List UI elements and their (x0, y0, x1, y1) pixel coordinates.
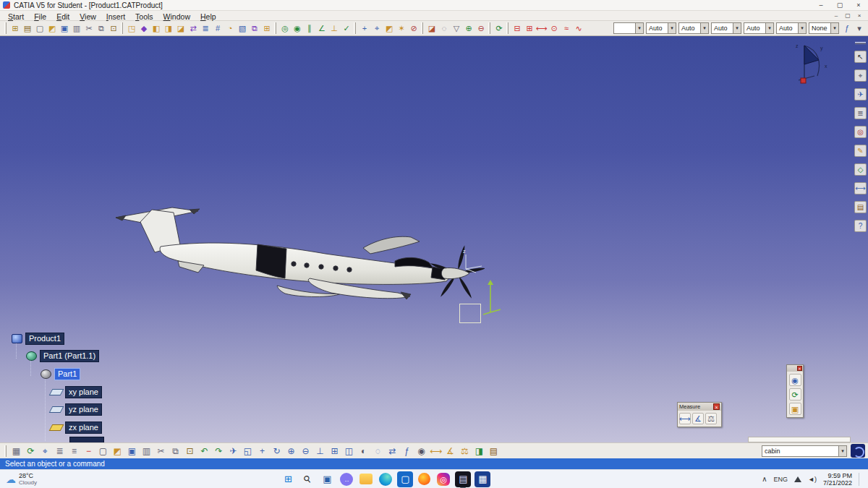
existing-component-positioned-icon[interactable]: ◪ (175, 22, 187, 34)
line-type-combo[interactable]: Auto▾ (646, 22, 676, 34)
task-view-button[interactable]: ▣ (319, 471, 335, 487)
remove-icon[interactable]: ⊖ (475, 22, 487, 34)
contact-constraint-icon[interactable]: ◉ (292, 22, 303, 34)
doc-restore-button[interactable]: ▢ (842, 12, 854, 19)
open-icon[interactable]: ◩ (111, 445, 124, 458)
interrupt-icon[interactable]: − (82, 445, 95, 458)
quick-print-icon[interactable]: ▥ (140, 445, 153, 458)
center-graph-icon[interactable]: ⌖ (854, 69, 867, 82)
store-icon[interactable]: ▢ (397, 471, 413, 487)
manipulation-icon[interactable]: + (359, 22, 370, 34)
copy-icon[interactable]: ⧉ (95, 22, 107, 34)
fit-all-in-icon[interactable]: ◱ (241, 445, 255, 458)
sectioning-icon[interactable]: ⊞ (524, 22, 535, 34)
generate-numbering-icon[interactable]: # (212, 22, 224, 34)
copy-icon[interactable]: ⧉ (169, 445, 182, 458)
save-icon[interactable]: ▣ (125, 445, 139, 458)
measure-inertia-icon[interactable]: ⚖ (705, 413, 717, 424)
enhanced-scene-icon[interactable]: ◉ (789, 374, 801, 386)
menu-file[interactable]: File (29, 12, 51, 21)
undo-icon[interactable]: ↶ (197, 445, 211, 458)
power-input-dropdown-icon[interactable]: ▾ (838, 446, 846, 456)
measure-between-icon[interactable]: ⟷ (679, 413, 691, 424)
tree-node-zx-plane[interactable]: zx plane (65, 421, 102, 434)
swap-visible-space-icon[interactable]: ⇄ (386, 445, 399, 458)
plane-icon[interactable] (49, 389, 64, 395)
tree-expand-icon[interactable]: ≡ (67, 445, 81, 458)
point-type-combo[interactable]: Auto▾ (678, 22, 709, 34)
existing-component-icon[interactable]: ◨ (163, 22, 174, 34)
layer-combo[interactable]: Auto▾ (776, 22, 807, 34)
compass-icon[interactable]: ◎ (854, 126, 867, 138)
tree-node-xy-plane[interactable]: xy plane (65, 386, 102, 398)
cut-icon[interactable]: ✂ (83, 22, 95, 34)
plane-icon[interactable] (49, 406, 64, 413)
close-button[interactable]: × (849, 0, 868, 10)
product-icon[interactable] (12, 334, 22, 343)
menu-edit[interactable]: Edit (51, 12, 75, 21)
seam-weld-icon[interactable]: ≈ (561, 22, 572, 34)
new-icon[interactable]: ▢ (34, 22, 46, 34)
formula-icon[interactable]: ƒ (400, 445, 414, 458)
offset-constraint-icon[interactable]: ∥ (304, 22, 315, 34)
chat-icon[interactable]: ‥ (340, 473, 353, 486)
pan-icon[interactable]: + (255, 445, 269, 458)
replace-component-icon[interactable]: ⇄ (187, 22, 199, 34)
specification-tree-icon[interactable]: ≣ (854, 107, 867, 119)
arc-weld-icon[interactable]: ∿ (573, 22, 584, 34)
help-icon[interactable]: ? (854, 220, 867, 232)
manage-representations-icon[interactable]: ▧ (237, 22, 248, 34)
distance-band-analysis-icon[interactable]: ⟷ (536, 22, 548, 34)
start-button[interactable]: ⊞ (280, 471, 296, 487)
browser-icon[interactable]: ▤ (22, 22, 33, 34)
multi-view-icon[interactable]: ⊞ (328, 445, 341, 458)
catia-taskbar-icon[interactable]: ▤ (455, 471, 471, 487)
3d-viewport[interactable]: z y x z Product1Part1 (Part1.1)Part1xy p… (0, 36, 868, 442)
measure-between-icon[interactable]: ⟷ (429, 445, 443, 458)
measure-icon[interactable]: ⟷ (854, 182, 867, 194)
paste-icon[interactable]: ⊡ (108, 22, 119, 34)
hide-show-icon[interactable]: ◌ (371, 445, 385, 458)
more-tools-icon[interactable]: ▾ (854, 22, 865, 34)
weather-widget[interactable]: ☁ 28°C Cloudy (0, 473, 145, 486)
aircraft-model[interactable] (109, 202, 485, 335)
graph-tree-reordering-icon[interactable]: ≣ (200, 22, 211, 34)
fly-mode-icon[interactable]: ✈ (226, 445, 240, 458)
power-input-combo[interactable]: cabin ▾ (762, 445, 847, 457)
menu-window[interactable]: Window (158, 12, 195, 21)
plane-hl-icon[interactable] (49, 424, 64, 431)
multi-instantiation-icon[interactable]: ⧉ (249, 22, 260, 34)
selective-load-icon[interactable]: ◔ (224, 22, 236, 34)
tree-node-part1-instance[interactable]: Part1 (Part1.1) (40, 350, 99, 362)
palette-titlebar[interactable]: × (787, 365, 803, 372)
tree-node-product1[interactable]: Product1 (25, 333, 64, 345)
new-product-icon[interactable]: ◆ (138, 22, 150, 34)
hole-icon[interactable]: ◌ (438, 22, 450, 34)
menu-start[interactable]: Start (3, 12, 29, 21)
normal-view-icon[interactable]: ⊥ (313, 445, 327, 458)
maximize-button[interactable]: ▢ (830, 0, 849, 10)
edge-icon[interactable] (379, 473, 392, 486)
file-explorer-icon[interactable] (359, 474, 373, 484)
menu-help[interactable]: Help (195, 12, 221, 21)
save-icon[interactable]: ▣ (59, 22, 70, 34)
fly-icon[interactable]: ✈ (854, 88, 867, 100)
template-icon[interactable]: ⊞ (9, 22, 21, 34)
view-compass[interactable]: z y x (790, 38, 830, 90)
update-icon[interactable]: ⟳ (493, 22, 505, 34)
search-button[interactable]: ⚲ (297, 468, 319, 488)
new-part-icon[interactable]: ◧ (150, 22, 162, 34)
instagram-icon[interactable]: ◎ (437, 473, 450, 486)
menu-view[interactable]: View (75, 12, 101, 21)
menu-insert[interactable]: Insert (101, 12, 130, 21)
split-icon[interactable]: ◪ (426, 22, 438, 34)
snap-icon[interactable]: ⌖ (371, 22, 383, 34)
fast-multi-instantiation-icon[interactable]: ⊞ (261, 22, 273, 34)
new-component-icon[interactable]: ◳ (126, 22, 137, 34)
knowledge-icon[interactable]: ƒ (841, 22, 853, 34)
quick-constraint-icon[interactable]: ✓ (341, 22, 352, 34)
doc-close-button[interactable]: × (854, 12, 865, 19)
sketcher-icon[interactable]: ✎ (854, 145, 867, 157)
pocket-icon[interactable]: ▽ (451, 22, 462, 34)
angle-constraint-icon[interactable]: ∠ (316, 22, 328, 34)
